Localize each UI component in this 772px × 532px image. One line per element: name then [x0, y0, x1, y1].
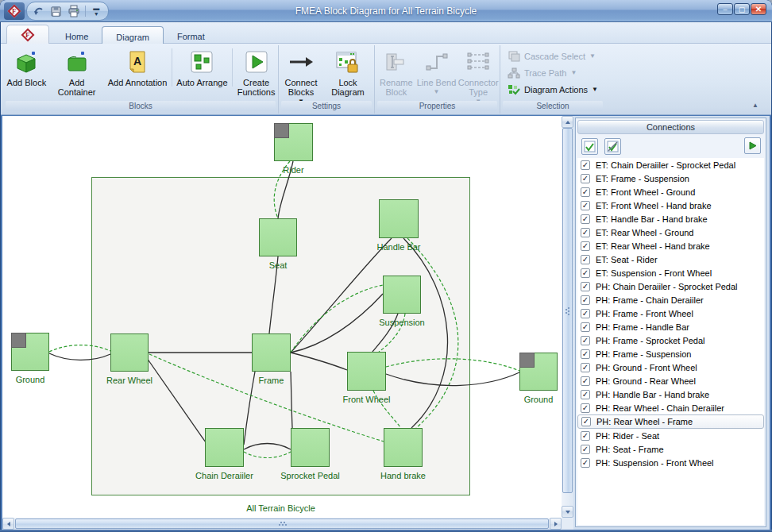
connection-list-item[interactable]: ✓ET: Handle Bar - Hand brake — [577, 212, 764, 226]
scroll-down-button[interactable] — [562, 506, 573, 518]
connection-list-item[interactable]: ✓PH: Rider - Seat — [577, 429, 764, 442]
tab-diagram[interactable]: Diagram — [102, 26, 164, 44]
diagram-actions-button[interactable]: Diagram Actions ▼ — [502, 81, 604, 98]
auto-arrange-button[interactable]: Auto Arrange — [174, 46, 231, 101]
create-functions-button[interactable]: Create Functions — [234, 46, 278, 101]
scroll-up-button[interactable] — [562, 116, 573, 128]
scroll-left-button[interactable] — [2, 518, 14, 530]
block-suspension[interactable] — [383, 276, 421, 314]
connection-checkbox[interactable]: ✓ — [581, 174, 590, 183]
connection-list-item[interactable]: ✓PH: Ground - Front Wheel — [577, 360, 764, 374]
tab-format[interactable]: Format — [164, 26, 218, 44]
connection-checkbox[interactable]: ✓ — [581, 390, 590, 399]
connection-list-item[interactable]: ✓ET: Suspension - Front Wheel — [577, 266, 764, 279]
ribbon-collapse-button[interactable]: ▲ — [747, 101, 763, 110]
connection-line[interactable] — [244, 444, 291, 450]
connection-list-item[interactable]: ✓ET: Rear Wheel - Ground — [577, 226, 764, 239]
connection-checkbox[interactable]: ✓ — [581, 336, 590, 345]
application-button[interactable]: F — [6, 25, 49, 44]
connection-line[interactable] — [291, 285, 383, 353]
connection-line[interactable] — [244, 452, 291, 458]
connection-list-item[interactable]: ✓PH: Rear Wheel - Frame — [577, 414, 764, 429]
connection-line[interactable] — [49, 345, 110, 352]
connection-line[interactable] — [403, 238, 448, 428]
vertical-scroll-thumb[interactable] — [562, 128, 573, 493]
connection-line[interactable] — [291, 238, 392, 353]
scroll-right-button[interactable] — [550, 518, 562, 530]
connection-line[interactable] — [407, 238, 458, 428]
check-all-button[interactable] — [581, 138, 598, 155]
add-container-button[interactable]: Add Container — [48, 46, 106, 101]
connection-checkbox[interactable]: ✓ — [581, 431, 590, 441]
block-rear-wheel[interactable] — [110, 333, 149, 372]
block-handle-bar[interactable] — [379, 199, 419, 238]
qat-customize-dropdown[interactable]: ▬▾ — [89, 3, 104, 19]
connection-list-item[interactable]: ✓PH: Frame - Handle Bar — [577, 320, 764, 333]
connection-checkbox[interactable]: ✓ — [581, 349, 590, 359]
lock-diagram-button[interactable]: Lock Diagram — [322, 46, 374, 101]
minimize-button[interactable]: – — [717, 3, 733, 15]
connection-checkbox[interactable]: ✓ — [581, 160, 590, 170]
connection-list-item[interactable]: ✓PH: Rear Wheel - Chain Deraiiler — [577, 401, 764, 414]
connection-checkbox[interactable]: ✓ — [581, 376, 590, 386]
connection-list-item[interactable]: ✓PH: Ground - Rear Wheel — [577, 374, 764, 387]
undo-button[interactable] — [31, 3, 46, 19]
block-seat[interactable] — [259, 218, 297, 256]
connection-line[interactable] — [291, 353, 347, 370]
connection-line[interactable] — [386, 359, 519, 371]
connection-checkbox[interactable]: ✓ — [581, 363, 590, 372]
block-hand-brake[interactable] — [384, 428, 423, 467]
connection-line[interactable] — [49, 353, 110, 360]
connection-list-item[interactable]: ✓PH: Chain Deraiiler - Sprocket Pedal — [577, 279, 764, 293]
connection-checkbox[interactable]: ✓ — [581, 282, 590, 291]
rename-block-button[interactable]: Rename Block — [376, 46, 416, 101]
connection-checkbox[interactable]: ✓ — [581, 187, 590, 197]
horizontal-scrollbar[interactable] — [2, 518, 562, 530]
block-front-wheel[interactable] — [347, 352, 386, 391]
connection-list-item[interactable]: ✓PH: Frame - Front Wheel — [577, 306, 764, 320]
connection-checkbox[interactable]: ✓ — [581, 214, 590, 224]
connection-list-item[interactable]: ✓ET: Seat - Rider — [577, 253, 764, 266]
connect-blocks-button[interactable]: Connect Blocks ▼ — [280, 46, 322, 101]
connection-line[interactable] — [244, 372, 255, 445]
block-sprocket-pedal[interactable] — [291, 428, 330, 467]
tab-home[interactable]: Home — [52, 26, 102, 44]
block-rider[interactable] — [274, 123, 313, 161]
trace-path-button[interactable]: Trace Path ▼ — [502, 64, 604, 81]
line-bend-button[interactable]: Line Bend ▼ — [416, 46, 457, 101]
diagram-canvas[interactable]: RiderSeatHandle BarSuspensionFrameRear W… — [2, 116, 562, 518]
vertical-scrollbar[interactable] — [562, 116, 573, 518]
connection-list-item[interactable]: ✓PH: Frame - Chain Deraiiler — [577, 293, 764, 306]
close-button[interactable]: ✕ — [751, 3, 766, 15]
connection-checkbox[interactable]: ✓ — [581, 322, 590, 332]
connection-list-item[interactable]: ✓ET: Rear Wheel - Hand brake — [577, 239, 764, 253]
connection-checkbox[interactable]: ✓ — [581, 458, 590, 468]
connection-checkbox[interactable]: ✓ — [581, 445, 590, 454]
connection-line[interactable] — [147, 358, 207, 445]
connection-checkbox[interactable]: ✓ — [581, 403, 590, 413]
app-logo-icon[interactable]: F — [4, 2, 25, 20]
block-ground[interactable] — [519, 353, 558, 391]
connection-list-item[interactable]: ✓ET: Front Wheel - Hand brake — [577, 199, 764, 212]
save-button[interactable] — [48, 3, 64, 19]
connection-list-item[interactable]: ✓ET: Front Wheel - Ground — [577, 185, 764, 199]
horizontal-scroll-thumb[interactable] — [15, 519, 549, 529]
connection-checkbox[interactable]: ✓ — [581, 417, 591, 426]
connection-list-item[interactable]: ✓PH: Handle Bar - Hand brake — [577, 387, 764, 401]
connection-list-item[interactable]: ✓PH: Frame - Sprocket Pedal — [577, 333, 764, 347]
connection-list-item[interactable]: ✓PH: Frame - Suspension — [577, 347, 764, 360]
connector-type-button[interactable]: Connector Type ▼ — [457, 46, 500, 101]
block-ground[interactable] — [11, 333, 49, 371]
connection-list-item[interactable]: ✓PH: Suspension - Front Wheel — [577, 456, 764, 469]
block-chain-deraiiler[interactable] — [205, 428, 244, 467]
connection-list-item[interactable]: ✓ET: Frame - Suspension — [577, 172, 764, 185]
connection-list-item[interactable]: ✓ET: Chain Deraiiler - Sprocket Pedal — [577, 158, 764, 172]
connection-checkbox[interactable]: ✓ — [581, 309, 590, 318]
block-frame[interactable] — [252, 333, 291, 372]
uncheck-all-button[interactable] — [604, 138, 621, 155]
add-block-button[interactable]: Add Block — [5, 46, 48, 101]
print-button[interactable] — [67, 3, 82, 19]
connection-list-item[interactable]: ✓PH: Seat - Frame — [577, 442, 764, 456]
cascade-select-button[interactable]: Cascade Select ▼ — [502, 48, 604, 64]
connection-checkbox[interactable]: ✓ — [581, 201, 590, 210]
